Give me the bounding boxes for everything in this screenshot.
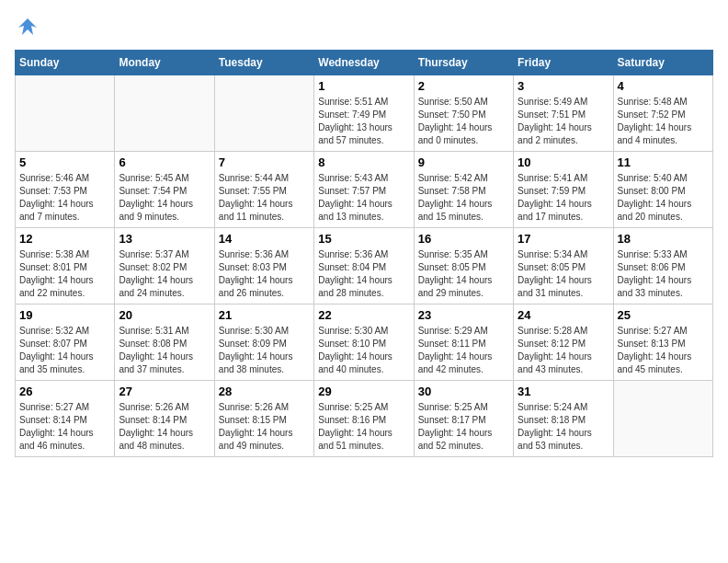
- calendar-cell: 20Sunrise: 5:31 AM Sunset: 8:08 PM Dayli…: [115, 304, 214, 381]
- calendar-cell: 27Sunrise: 5:26 AM Sunset: 8:14 PM Dayli…: [115, 381, 214, 457]
- day-number: 31: [518, 385, 609, 398]
- calendar-cell: 12Sunrise: 5:38 AM Sunset: 8:01 PM Dayli…: [16, 228, 115, 304]
- day-number: 17: [518, 232, 609, 246]
- day-number: 16: [418, 232, 509, 246]
- day-number: 15: [318, 232, 409, 246]
- calendar-cell: 28Sunrise: 5:26 AM Sunset: 8:15 PM Dayli…: [214, 381, 313, 457]
- calendar-table: SundayMondayTuesdayWednesdayThursdayFrid…: [15, 50, 713, 457]
- calendar-cell: [214, 75, 313, 152]
- day-number: 10: [518, 155, 609, 169]
- day-info: Sunrise: 5:34 AM Sunset: 8:05 PM Dayligh…: [518, 248, 609, 300]
- calendar-header-row: SundayMondayTuesdayWednesdayThursdayFrid…: [16, 51, 713, 75]
- day-info: Sunrise: 5:33 AM Sunset: 8:06 PM Dayligh…: [618, 248, 709, 300]
- day-number: 7: [219, 155, 310, 169]
- day-info: Sunrise: 5:31 AM Sunset: 8:08 PM Dayligh…: [119, 325, 210, 376]
- day-info: Sunrise: 5:28 AM Sunset: 8:12 PM Dayligh…: [518, 325, 609, 376]
- day-number: 14: [219, 232, 310, 246]
- calendar-cell: 13Sunrise: 5:37 AM Sunset: 8:02 PM Dayli…: [115, 228, 214, 304]
- calendar-cell: 21Sunrise: 5:30 AM Sunset: 8:09 PM Dayli…: [214, 304, 313, 381]
- day-number: 2: [418, 79, 509, 93]
- day-number: 4: [618, 79, 709, 93]
- calendar-cell: 22Sunrise: 5:30 AM Sunset: 8:10 PM Dayli…: [314, 304, 414, 381]
- calendar-week-row: 19Sunrise: 5:32 AM Sunset: 8:07 PM Dayli…: [16, 304, 713, 381]
- day-number: 9: [418, 155, 509, 169]
- day-info: Sunrise: 5:32 AM Sunset: 8:07 PM Dayligh…: [19, 325, 110, 376]
- calendar-cell: 23Sunrise: 5:29 AM Sunset: 8:11 PM Dayli…: [414, 304, 513, 381]
- calendar-week-row: 26Sunrise: 5:27 AM Sunset: 8:14 PM Dayli…: [16, 381, 713, 457]
- day-number: 12: [19, 232, 110, 246]
- day-info: Sunrise: 5:44 AM Sunset: 7:55 PM Dayligh…: [219, 172, 310, 224]
- day-info: Sunrise: 5:41 AM Sunset: 7:59 PM Dayligh…: [518, 172, 609, 224]
- day-number: 1: [318, 79, 409, 93]
- calendar-week-row: 12Sunrise: 5:38 AM Sunset: 8:01 PM Dayli…: [16, 228, 713, 304]
- day-info: Sunrise: 5:45 AM Sunset: 7:54 PM Dayligh…: [119, 172, 210, 224]
- day-header-thursday: Thursday: [414, 51, 513, 75]
- day-info: Sunrise: 5:24 AM Sunset: 8:18 PM Dayligh…: [518, 401, 609, 453]
- day-number: 24: [518, 308, 609, 322]
- calendar-cell: 10Sunrise: 5:41 AM Sunset: 7:59 PM Dayli…: [514, 152, 613, 228]
- calendar-cell: [115, 75, 214, 152]
- day-info: Sunrise: 5:35 AM Sunset: 8:05 PM Dayligh…: [418, 248, 509, 300]
- day-info: Sunrise: 5:36 AM Sunset: 8:04 PM Dayligh…: [318, 248, 409, 300]
- day-number: 22: [318, 308, 409, 322]
- logo-icon: [15, 15, 40, 40]
- calendar-cell: 8Sunrise: 5:43 AM Sunset: 7:57 PM Daylig…: [314, 152, 414, 228]
- calendar-cell: 9Sunrise: 5:42 AM Sunset: 7:58 PM Daylig…: [414, 152, 513, 228]
- calendar-cell: 1Sunrise: 5:51 AM Sunset: 7:49 PM Daylig…: [314, 75, 414, 152]
- calendar-cell: 17Sunrise: 5:34 AM Sunset: 8:05 PM Dayli…: [514, 228, 613, 304]
- calendar-cell: 30Sunrise: 5:25 AM Sunset: 8:17 PM Dayli…: [414, 381, 513, 457]
- day-number: 3: [518, 79, 609, 93]
- calendar-cell: 16Sunrise: 5:35 AM Sunset: 8:05 PM Dayli…: [414, 228, 513, 304]
- day-number: 6: [119, 155, 210, 169]
- day-info: Sunrise: 5:42 AM Sunset: 7:58 PM Dayligh…: [418, 172, 509, 224]
- day-number: 30: [418, 385, 509, 398]
- day-number: 13: [119, 232, 210, 246]
- day-number: 23: [418, 308, 509, 322]
- day-number: 28: [219, 385, 310, 398]
- day-info: Sunrise: 5:37 AM Sunset: 8:02 PM Dayligh…: [119, 248, 210, 300]
- day-info: Sunrise: 5:27 AM Sunset: 8:13 PM Dayligh…: [618, 325, 709, 376]
- svg-marker-0: [18, 18, 37, 35]
- day-info: Sunrise: 5:40 AM Sunset: 8:00 PM Dayligh…: [618, 172, 709, 224]
- calendar-cell: 14Sunrise: 5:36 AM Sunset: 8:03 PM Dayli…: [214, 228, 313, 304]
- calendar-cell: 19Sunrise: 5:32 AM Sunset: 8:07 PM Dayli…: [16, 304, 115, 381]
- calendar-week-row: 1Sunrise: 5:51 AM Sunset: 7:49 PM Daylig…: [16, 75, 713, 152]
- calendar-cell: 26Sunrise: 5:27 AM Sunset: 8:14 PM Dayli…: [16, 381, 115, 457]
- calendar-cell: 2Sunrise: 5:50 AM Sunset: 7:50 PM Daylig…: [414, 75, 513, 152]
- day-header-friday: Friday: [514, 51, 613, 75]
- day-number: 26: [19, 385, 110, 398]
- day-info: Sunrise: 5:30 AM Sunset: 8:09 PM Dayligh…: [219, 325, 310, 376]
- day-number: 11: [618, 155, 709, 169]
- day-info: Sunrise: 5:48 AM Sunset: 7:52 PM Dayligh…: [618, 96, 709, 147]
- day-header-sunday: Sunday: [16, 51, 115, 75]
- calendar-cell: 4Sunrise: 5:48 AM Sunset: 7:52 PM Daylig…: [613, 75, 712, 152]
- day-header-tuesday: Tuesday: [214, 51, 313, 75]
- calendar-week-row: 5Sunrise: 5:46 AM Sunset: 7:53 PM Daylig…: [16, 152, 713, 228]
- day-header-monday: Monday: [115, 51, 214, 75]
- day-info: Sunrise: 5:25 AM Sunset: 8:16 PM Dayligh…: [318, 401, 409, 453]
- day-info: Sunrise: 5:27 AM Sunset: 8:14 PM Dayligh…: [19, 401, 110, 453]
- calendar-cell: [16, 75, 115, 152]
- day-info: Sunrise: 5:25 AM Sunset: 8:17 PM Dayligh…: [418, 401, 509, 453]
- day-info: Sunrise: 5:26 AM Sunset: 8:14 PM Dayligh…: [119, 401, 210, 453]
- day-number: 21: [219, 308, 310, 322]
- day-info: Sunrise: 5:29 AM Sunset: 8:11 PM Dayligh…: [418, 325, 509, 376]
- page-header: [15, 15, 713, 40]
- day-info: Sunrise: 5:36 AM Sunset: 8:03 PM Dayligh…: [219, 248, 310, 300]
- calendar-cell: 31Sunrise: 5:24 AM Sunset: 8:18 PM Dayli…: [514, 381, 613, 457]
- calendar-cell: 7Sunrise: 5:44 AM Sunset: 7:55 PM Daylig…: [214, 152, 313, 228]
- calendar-cell: 15Sunrise: 5:36 AM Sunset: 8:04 PM Dayli…: [314, 228, 414, 304]
- calendar-cell: 5Sunrise: 5:46 AM Sunset: 7:53 PM Daylig…: [16, 152, 115, 228]
- calendar-cell: [613, 381, 712, 457]
- calendar-cell: 3Sunrise: 5:49 AM Sunset: 7:51 PM Daylig…: [514, 75, 613, 152]
- day-info: Sunrise: 5:43 AM Sunset: 7:57 PM Dayligh…: [318, 172, 409, 224]
- day-info: Sunrise: 5:38 AM Sunset: 8:01 PM Dayligh…: [19, 248, 110, 300]
- calendar-cell: 29Sunrise: 5:25 AM Sunset: 8:16 PM Dayli…: [314, 381, 414, 457]
- day-number: 20: [119, 308, 210, 322]
- day-info: Sunrise: 5:46 AM Sunset: 7:53 PM Dayligh…: [19, 172, 110, 224]
- logo: [15, 15, 44, 40]
- day-header-saturday: Saturday: [613, 51, 712, 75]
- day-info: Sunrise: 5:49 AM Sunset: 7:51 PM Dayligh…: [518, 96, 609, 147]
- day-number: 18: [618, 232, 709, 246]
- day-info: Sunrise: 5:50 AM Sunset: 7:50 PM Dayligh…: [418, 96, 509, 147]
